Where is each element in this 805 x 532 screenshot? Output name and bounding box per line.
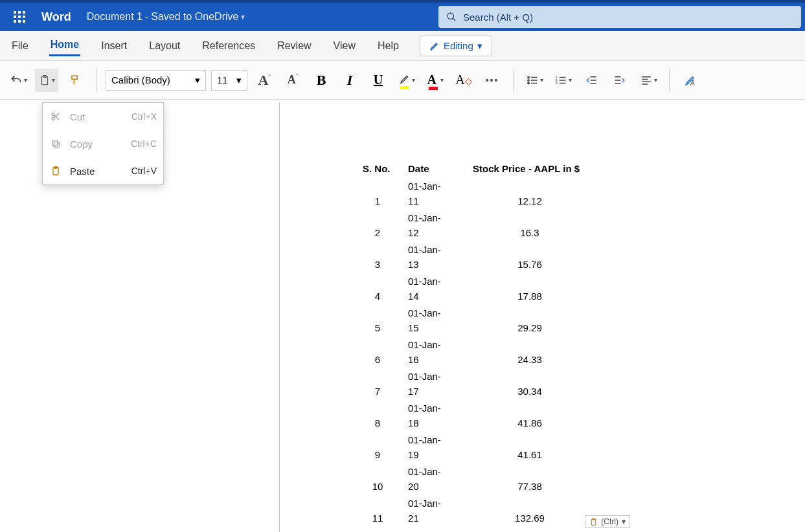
chevron-down-icon: ▾	[569, 76, 572, 83]
app-name: Word	[41, 10, 71, 24]
cell-sno: 11	[357, 495, 403, 527]
italic-button[interactable]: I	[338, 69, 361, 92]
tab-layout[interactable]: Layout	[148, 36, 181, 56]
svg-rect-32	[52, 140, 58, 146]
cell-price: 16.3	[468, 210, 597, 241]
search-input[interactable]: Search (Alt + Q)	[438, 6, 801, 28]
chevron-down-icon: ▾	[540, 76, 543, 83]
editing-label: Editing	[444, 40, 473, 51]
search-icon	[446, 12, 457, 22]
undo-button[interactable]: ▾	[6, 69, 30, 92]
font-color-icon: A	[427, 72, 439, 87]
svg-line-1	[453, 18, 455, 21]
grow-font-button[interactable]: Aˆ	[253, 69, 276, 92]
tab-help[interactable]: Help	[376, 36, 400, 56]
numbering-icon: 123	[554, 74, 567, 86]
paste-icon	[49, 166, 62, 176]
chevron-down-icon: ▾	[622, 517, 626, 526]
font-name-value: Calibri (Body)	[111, 74, 170, 85]
save-status: Saved to OneDrive	[151, 11, 238, 23]
ribbon-tabs: File Home Insert Layout References Revie…	[0, 31, 805, 61]
bold-icon: B	[317, 72, 326, 89]
clipboard-dropdown-button[interactable]: ▾	[35, 69, 58, 92]
clipboard-icon	[39, 74, 51, 87]
svg-point-0	[448, 13, 453, 19]
scissors-icon	[49, 111, 62, 122]
stock-table: S. No. Date Stock Price - AAPL in $ 101-…	[357, 159, 597, 527]
table-row: 501-Jan-1529.29	[357, 305, 597, 337]
shrink-font-button[interactable]: Aˇ	[281, 69, 304, 92]
ellipsis-icon: •••	[486, 75, 499, 85]
tab-home[interactable]: Home	[49, 35, 80, 56]
tab-view[interactable]: View	[332, 36, 357, 56]
align-left-icon	[640, 74, 653, 86]
cell-sno: 9	[357, 432, 403, 463]
svg-point-4	[527, 76, 528, 78]
cell-date: 01-Jan-12	[403, 210, 468, 241]
tab-file[interactable]: File	[10, 36, 30, 56]
cell-date: 01-Jan-11	[403, 178, 468, 210]
toolbar: ▾ ▾ Calibri (Body) ▾ 11 ▾ Aˆ Aˇ B I U ▾ …	[0, 61, 805, 100]
table-header-row: S. No. Date Stock Price - AAPL in $	[357, 159, 597, 178]
document-name: Document 1	[87, 11, 142, 23]
cell-sno: 4	[357, 273, 403, 305]
cell-sno: 3	[357, 241, 403, 273]
font-color-button[interactable]: A ▾	[424, 69, 447, 92]
font-name-select[interactable]: Calibri (Body) ▾	[106, 70, 206, 91]
menu-cut-shortcut: Ctrl+X	[131, 111, 157, 122]
table-row: 401-Jan-1417.88	[357, 273, 597, 305]
font-size-select[interactable]: 11 ▾	[211, 70, 247, 91]
numbering-button[interactable]: 123 ▾	[551, 69, 574, 92]
menu-paste[interactable]: Paste Ctrl+V	[43, 157, 163, 184]
svg-rect-34	[54, 166, 57, 168]
table-body: 101-Jan-1112.12201-Jan-1216.3301-Jan-131…	[357, 178, 597, 527]
pen-icon	[429, 41, 440, 51]
menu-paste-shortcut: Ctrl+V	[131, 166, 157, 176]
clipboard-menu: Cut Ctrl+X Copy Ctrl+C Paste Ctrl+V	[42, 102, 164, 185]
bullets-button[interactable]: ▾	[523, 69, 546, 92]
chevron-down-icon: ▾	[52, 76, 55, 83]
cell-sno: 5	[357, 305, 403, 337]
svg-point-28	[52, 117, 54, 120]
tab-references[interactable]: References	[201, 36, 256, 56]
editing-mode-button[interactable]: Editing ▾	[420, 36, 492, 56]
clear-format-button[interactable]: A◇	[452, 69, 475, 92]
underline-icon: U	[374, 72, 383, 87]
styles-button[interactable]: A	[679, 69, 702, 92]
tab-insert[interactable]: Insert	[100, 36, 128, 56]
undo-icon	[10, 74, 23, 87]
app-launcher-button[interactable]	[4, 3, 35, 31]
table-row: 601-Jan-1624.33	[357, 337, 597, 368]
bold-button[interactable]: B	[310, 69, 333, 92]
highlight-icon	[399, 73, 411, 87]
align-button[interactable]: ▾	[637, 69, 660, 92]
menu-copy-label: Copy	[70, 139, 93, 150]
cell-sno: 1	[357, 178, 403, 210]
styles-icon: A	[684, 74, 697, 87]
cell-price: 41.86	[468, 400, 597, 432]
format-painter-button[interactable]	[63, 69, 87, 92]
paste-options-button[interactable]: (Ctrl) ▾	[585, 515, 630, 528]
cell-price: 30.34	[468, 368, 597, 400]
svg-point-27	[52, 113, 54, 116]
tab-review[interactable]: Review	[276, 36, 312, 56]
cell-price: 24.33	[468, 337, 597, 368]
paste-options-label: (Ctrl)	[601, 517, 618, 526]
col-header-date: Date	[403, 159, 468, 178]
decrease-indent-button[interactable]	[580, 69, 603, 92]
clipboard-icon	[589, 518, 598, 526]
page-content: S. No. Date Stock Price - AAPL in $ 101-…	[280, 102, 610, 532]
italic-icon: I	[347, 72, 353, 89]
document-title[interactable]: Document 1 - Saved to OneDrive ▾	[87, 11, 245, 23]
highlight-button[interactable]: ▾	[395, 69, 418, 92]
cell-price: 15.76	[468, 241, 597, 273]
bullets-icon	[526, 74, 539, 86]
more-font-button[interactable]: •••	[481, 69, 504, 92]
increase-indent-button[interactable]	[608, 69, 631, 92]
chevron-down-icon: ▾	[477, 40, 482, 52]
title-bar: Word Document 1 - Saved to OneDrive ▾ Se…	[0, 0, 805, 31]
cell-date: 01-Jan-17	[403, 368, 468, 400]
decrease-indent-icon	[585, 74, 598, 86]
table-row: 101-Jan-1112.12	[357, 178, 597, 210]
underline-button[interactable]: U	[367, 69, 390, 92]
